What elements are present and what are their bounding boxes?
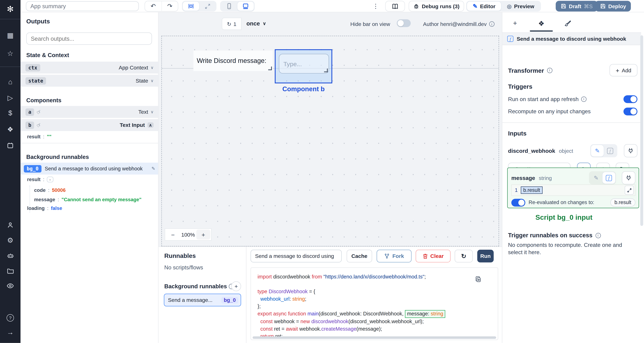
component-a-badge: a <box>26 108 34 116</box>
run-button[interactable]: Run <box>477 250 494 262</box>
center-layout-icon[interactable] <box>183 2 199 11</box>
static-pen-icon[interactable]: ✎ <box>590 172 602 184</box>
component-b-type: Text Input <box>120 122 145 128</box>
output-row-component-a[interactable]: a ☞ Text∨ <box>20 106 158 118</box>
fork-icon <box>384 253 390 259</box>
clear-button[interactable]: Clear <box>416 250 450 262</box>
eval-function-icon[interactable]: f <box>602 172 615 184</box>
info-icon[interactable]: i <box>581 96 586 102</box>
chevron-down-icon[interactable]: ∨ <box>150 110 154 114</box>
expand-sidebar-arrow-icon[interactable]: → <box>0 327 20 338</box>
save-icon <box>561 3 566 9</box>
frequency-dropdown[interactable]: once ∨ <box>246 20 266 27</box>
desktop-view-icon[interactable] <box>237 2 254 11</box>
script-name-input[interactable] <box>250 250 342 262</box>
output-row-bg0[interactable]: bg_0 Send a message to discord using web… <box>20 163 158 174</box>
state-context-title: State & Context <box>26 52 69 58</box>
fullscreen-expand-icon[interactable] <box>199 2 216 11</box>
resources-cubes-icon[interactable]: ❖ <box>0 124 20 135</box>
style-brush-tab-icon[interactable] <box>560 18 575 29</box>
refresh-count-button[interactable]: ↻ 1 <box>222 18 242 30</box>
fork-button[interactable]: Fork <box>376 250 412 262</box>
debug-runs-label: Debug runs (3) <box>422 3 460 9</box>
selected-component-b[interactable]: Type... <box>275 49 332 84</box>
selected-runnable-header[interactable]: f Send a message to discord using webhoo… <box>502 32 641 45</box>
refresh-script-button[interactable]: ↻ <box>455 250 473 262</box>
chevron-down-icon[interactable]: ∨ <box>150 78 154 83</box>
redo-icon[interactable]: ↷ <box>162 1 178 11</box>
vertical-scrollbar[interactable] <box>640 35 643 226</box>
undo-redo-group: ↶ ↷ <box>144 1 178 12</box>
docs-book-button[interactable] <box>385 1 405 12</box>
deploy-button[interactable]: Deploy <box>595 1 631 12</box>
on-success-heading: Trigger runnables on success i <box>508 232 638 239</box>
workers-robot-icon[interactable] <box>0 250 20 261</box>
bg0-label: Send a message to discord using webhook <box>45 166 143 172</box>
selected-runnable-title: Send a message to discord using webhook <box>517 36 626 42</box>
bg0-result-row[interactable]: result: - <box>27 177 53 182</box>
home-icon[interactable]: ⌂ <box>0 76 20 88</box>
app-summary-input[interactable] <box>26 1 139 11</box>
info-icon[interactable]: i <box>596 233 601 238</box>
zoom-out-button[interactable]: − <box>166 230 180 240</box>
more-options-kebab-icon[interactable]: ⋮ <box>372 2 379 10</box>
connect-plug-icon[interactable] <box>624 144 638 157</box>
active-tab-underline <box>530 30 553 32</box>
help-icon[interactable]: ? <box>0 312 20 324</box>
text-component-a[interactable]: Write Discord message: <box>194 50 273 71</box>
component-b-result[interactable]: result: "" <box>27 134 52 140</box>
add-background-runnable-button[interactable]: + <box>231 281 241 291</box>
hide-bar-toggle[interactable] <box>397 19 411 27</box>
variables-dollar-icon[interactable]: $ <box>0 108 20 119</box>
chevron-up-icon[interactable]: ∧ <box>147 122 154 128</box>
tab-editor[interactable]: ✎ Editor <box>467 2 501 11</box>
reeval-target-pill[interactable]: b.result <box>610 198 635 206</box>
debug-runs-button[interactable]: Debug runs (3) <box>408 1 464 12</box>
connect-plug-icon[interactable] <box>622 171 635 184</box>
copy-code-icon[interactable] <box>475 276 481 282</box>
apps-icon[interactable]: ▦ <box>0 30 20 41</box>
zoom-in-button[interactable]: + <box>196 230 210 240</box>
favorites-star-icon[interactable]: ☆ <box>0 48 20 59</box>
code-editor[interactable]: import discordwebhook from "https://deno… <box>250 268 498 340</box>
user-icon[interactable] <box>0 219 20 231</box>
run-on-start-toggle[interactable] <box>624 95 638 103</box>
info-icon[interactable]: i <box>489 21 494 27</box>
draft-button[interactable]: Draft ⌘S <box>556 1 598 12</box>
expression-editor[interactable]: 1 b.result <box>511 184 635 196</box>
insert-plus-tab-icon[interactable]: + <box>508 18 522 29</box>
gear-icon[interactable]: ⚙ <box>0 234 20 246</box>
app-canvas[interactable]: Write Discord message: Type... Component… <box>162 36 499 246</box>
runnable-item-bg0[interactable]: Send a message... bg_0 <box>164 294 241 306</box>
search-outputs-input[interactable] <box>26 32 152 45</box>
windmill-logo[interactable]: ✻ <box>0 3 20 15</box>
add-transformer-button[interactable]: + Add <box>610 64 638 76</box>
text-input-component[interactable]: Type... <box>279 54 329 74</box>
tab-preview[interactable]: ◎ Preview <box>501 2 540 11</box>
static-pen-icon[interactable]: ✎ <box>591 145 604 156</box>
audit-eye-icon[interactable] <box>0 280 20 292</box>
info-icon[interactable]: i <box>547 68 552 73</box>
folder-icon[interactable] <box>0 265 20 276</box>
edit-pen-icon[interactable]: ✎ <box>152 166 155 171</box>
collapse-button[interactable]: - <box>47 177 53 182</box>
mobile-view-icon[interactable] <box>221 2 237 11</box>
runs-play-icon[interactable]: ▷ <box>0 92 20 104</box>
output-row-component-b[interactable]: b ☞ Text Input∧ <box>20 119 158 131</box>
chevron-down-icon[interactable]: ∨ <box>150 65 154 70</box>
reeval-toggle[interactable] <box>511 198 525 206</box>
cache-button[interactable]: Cache <box>346 250 372 262</box>
undo-icon[interactable]: ↶ <box>145 1 162 11</box>
horizontal-scrollbar[interactable] <box>252 336 496 339</box>
expand-editor-icon[interactable] <box>625 186 634 195</box>
schedules-calendar-icon[interactable] <box>0 140 20 151</box>
recompute-toggle[interactable] <box>624 107 638 115</box>
runnable-item-badge: bg_0 <box>221 297 238 303</box>
components-tab-icon[interactable]: ❖ <box>534 18 549 29</box>
eval-function-icon[interactable]: f <box>604 145 616 156</box>
loading-key: loading <box>27 206 45 211</box>
script-input-annotation: Script bg_0 input <box>506 214 621 222</box>
output-row-ctx[interactable]: ctx App Context∨ <box>20 62 158 74</box>
zoom-control: − 100% + <box>165 228 212 241</box>
output-row-state[interactable]: state State∨ <box>20 75 158 86</box>
